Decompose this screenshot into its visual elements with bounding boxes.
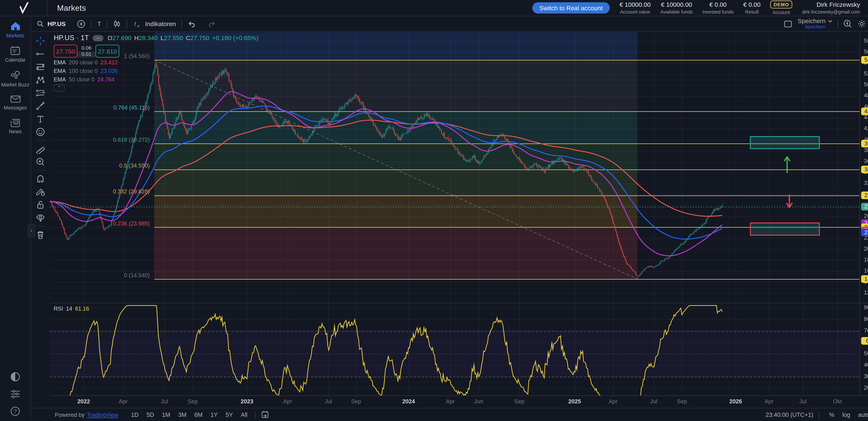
range-1y[interactable]: 1Y <box>207 411 222 418</box>
range-3m[interactable]: 3M <box>174 411 190 418</box>
sidebar-label-news: News <box>9 129 22 135</box>
user-email: dirk.friczewsky@gmail.com <box>802 9 860 15</box>
invested-funds: € 0.00 <box>709 1 727 8</box>
pattern-xabcd-tool[interactable] <box>34 73 47 87</box>
magnet-tool[interactable] <box>34 172 47 185</box>
sidebar-label-messages: Messages <box>4 105 27 111</box>
spread-value: 0.06 <box>78 44 95 51</box>
indicators-label: Indikatoren <box>145 20 176 27</box>
result-value: € 0.00 <box>743 1 761 8</box>
stat-available-funds: € 10000.00 Available funds <box>660 1 693 15</box>
undo-icon <box>188 20 196 27</box>
newspaper-icon <box>10 118 21 127</box>
powered-by: Powered by TradingView <box>31 412 118 418</box>
log-scale-button[interactable]: log <box>838 411 854 418</box>
gear-icon[interactable] <box>857 19 866 28</box>
interval-button[interactable]: T <box>92 20 107 27</box>
ema-50-value: 24.764 <box>97 76 115 83</box>
svg-text:?: ? <box>14 409 17 415</box>
unit-value: 0.01 <box>78 51 95 58</box>
trend-line-tool[interactable] <box>34 47 47 60</box>
lock-open-icon <box>36 200 45 209</box>
layout-select-icon[interactable] <box>784 20 793 27</box>
app-logo[interactable] <box>0 0 48 16</box>
sell-button[interactable]: 27.750 <box>54 44 78 58</box>
tradingview-link[interactable]: TradingView <box>87 412 118 418</box>
sidebar-item-markets[interactable]: Markets <box>0 22 31 39</box>
ema-100-legend[interactable]: EMA 100 close 0 23.036 <box>54 68 118 74</box>
trash-icon <box>36 230 45 239</box>
chart-canvas[interactable] <box>50 32 868 408</box>
range-all[interactable]: All <box>237 411 251 418</box>
switch-to-real-account-button[interactable]: Switch to Real account <box>532 2 610 13</box>
sidebar-item-calendar[interactable]: Calendar <box>0 46 31 63</box>
quick-search-icon[interactable] <box>843 19 852 28</box>
range-5y[interactable]: 5Y <box>222 411 237 418</box>
range-1d[interactable]: 1D <box>127 411 143 418</box>
ema-200-legend[interactable]: EMA 200 close 0 23.412 <box>54 59 118 66</box>
rsi-value: 61.16 <box>75 305 89 312</box>
help-icon[interactable]: ? <box>10 407 21 417</box>
emoji-tool[interactable] <box>34 126 47 138</box>
clock[interactable]: 23:40:00 (UTC+1) <box>766 411 813 418</box>
zoom-in-tool[interactable] <box>34 155 47 168</box>
legend-collapse-button[interactable]: ⌃ <box>54 84 64 92</box>
user-block[interactable]: Dirk Friczewsky dirk.friczewsky@gmail.co… <box>802 1 860 15</box>
range-6m[interactable]: 6M <box>190 411 207 418</box>
sidebar-label-market-buzz: Market Buzz <box>1 82 29 88</box>
undo-button[interactable] <box>182 20 202 27</box>
redo-button[interactable] <box>202 20 222 27</box>
legend-hide-icon[interactable]: – <box>93 35 104 41</box>
zoom-in-icon <box>36 157 45 167</box>
emoji-icon <box>36 127 45 137</box>
ruler-tool[interactable] <box>34 142 47 155</box>
home-icon <box>10 22 21 31</box>
legend-symbol-interval[interactable]: HP.US · 1T <box>54 34 89 42</box>
compare-add-symbol-button[interactable] <box>71 20 91 28</box>
go-to-date-icon[interactable] <box>261 411 269 419</box>
indicators-button[interactable]: ƒ x Indikatoren <box>127 20 182 28</box>
percent-scale-button[interactable]: % <box>825 411 838 418</box>
sidebar-item-messages[interactable]: Messages <box>0 95 31 111</box>
sidebar-item-market-buzz[interactable]: Market Buzz <box>0 70 31 88</box>
projection-channel-tool[interactable] <box>34 87 47 99</box>
magnet-icon <box>36 174 45 184</box>
demo-badge: DEMO <box>770 1 793 8</box>
chart-legend: HP.US · 1T – O27.690 H28.340 L27.550 C27… <box>54 34 258 42</box>
buy-button[interactable]: 27.810 <box>95 44 119 58</box>
chart-toolbar: HP.US T ƒ <box>31 16 868 32</box>
range-1m[interactable]: 1M <box>158 411 174 418</box>
preferences-sliders-icon[interactable] <box>10 390 21 398</box>
theme-toggle-icon[interactable] <box>10 372 21 382</box>
ema-100-value: 23.036 <box>100 68 118 74</box>
sidebar-item-news[interactable]: News <box>0 118 31 135</box>
crosshair-icon <box>36 36 45 46</box>
user-name: Dirk Friczewsky <box>817 1 860 8</box>
save-tooltip: Speichern <box>805 25 825 29</box>
lock-all-tool[interactable] <box>34 198 47 212</box>
sidebar: Markets Calendar Market Buzz <box>0 16 31 421</box>
drawing-mode-tool[interactable] <box>34 185 47 198</box>
save-layout-button[interactable]: Speichern Speichern <box>798 18 832 29</box>
low-value: 27.550 <box>164 35 183 41</box>
chart-type-button[interactable] <box>107 20 127 28</box>
crosshair-tool[interactable] <box>34 35 47 47</box>
fib-retracement-tool[interactable] <box>34 60 47 73</box>
text-tool-icon <box>36 114 45 124</box>
legend-ohlc: O27.690 H28.340 L27.550 C27.750 +0.180 (… <box>107 35 258 41</box>
stat-result: € 0.00 Result <box>743 1 761 15</box>
available-funds-label: Available funds <box>660 9 693 15</box>
ema-50-legend[interactable]: EMA 50 close 0 24.764 <box>54 76 115 83</box>
fib-retracement-icon <box>36 62 45 72</box>
hide-drawings-tool[interactable] <box>34 211 47 224</box>
rsi-legend[interactable]: RSI 14 61.16 <box>54 305 89 312</box>
symbol-search-button[interactable]: HP.US <box>31 20 71 27</box>
demo-account-label: Account <box>773 9 790 15</box>
arrow-marker-tool[interactable] <box>34 99 47 112</box>
text-tool[interactable] <box>34 112 47 126</box>
auto-scale-button[interactable]: auto <box>854 411 868 418</box>
close-value: 27.750 <box>190 35 210 41</box>
range-5d[interactable]: 5D <box>143 411 158 418</box>
panel-expand-chevron[interactable]: › <box>28 224 35 237</box>
remove-drawings-tool[interactable] <box>34 228 47 241</box>
